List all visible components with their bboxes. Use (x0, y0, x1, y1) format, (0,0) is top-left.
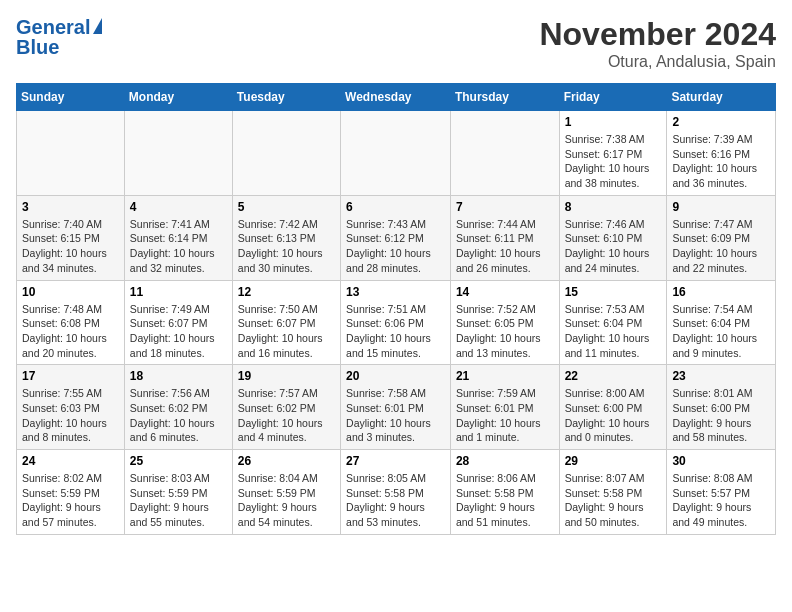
logo-general: General (16, 16, 90, 38)
title-block: November 2024 Otura, Andalusia, Spain (539, 16, 776, 71)
calendar-table: SundayMondayTuesdayWednesdayThursdayFrid… (16, 83, 776, 535)
header-friday: Friday (559, 84, 667, 111)
logo-blue: Blue (16, 36, 102, 58)
calendar-cell: 5Sunrise: 7:42 AM Sunset: 6:13 PM Daylig… (232, 195, 340, 280)
week-row-1: 3Sunrise: 7:40 AM Sunset: 6:15 PM Daylig… (17, 195, 776, 280)
day-info: Sunrise: 8:00 AM Sunset: 6:00 PM Dayligh… (565, 386, 662, 445)
calendar-cell: 4Sunrise: 7:41 AM Sunset: 6:14 PM Daylig… (124, 195, 232, 280)
day-number: 1 (565, 115, 662, 129)
day-number: 5 (238, 200, 335, 214)
day-number: 4 (130, 200, 227, 214)
header-wednesday: Wednesday (341, 84, 451, 111)
day-number: 22 (565, 369, 662, 383)
calendar-cell: 1Sunrise: 7:38 AM Sunset: 6:17 PM Daylig… (559, 111, 667, 196)
calendar-cell: 28Sunrise: 8:06 AM Sunset: 5:58 PM Dayli… (450, 450, 559, 535)
day-number: 8 (565, 200, 662, 214)
header-tuesday: Tuesday (232, 84, 340, 111)
day-info: Sunrise: 7:56 AM Sunset: 6:02 PM Dayligh… (130, 386, 227, 445)
calendar-cell: 30Sunrise: 8:08 AM Sunset: 5:57 PM Dayli… (667, 450, 776, 535)
day-number: 14 (456, 285, 554, 299)
day-info: Sunrise: 8:07 AM Sunset: 5:58 PM Dayligh… (565, 471, 662, 530)
calendar-cell (17, 111, 125, 196)
month-title: November 2024 (539, 16, 776, 53)
header-thursday: Thursday (450, 84, 559, 111)
day-info: Sunrise: 7:51 AM Sunset: 6:06 PM Dayligh… (346, 302, 445, 361)
week-row-2: 10Sunrise: 7:48 AM Sunset: 6:08 PM Dayli… (17, 280, 776, 365)
day-info: Sunrise: 8:04 AM Sunset: 5:59 PM Dayligh… (238, 471, 335, 530)
day-info: Sunrise: 7:42 AM Sunset: 6:13 PM Dayligh… (238, 217, 335, 276)
day-info: Sunrise: 7:58 AM Sunset: 6:01 PM Dayligh… (346, 386, 445, 445)
day-number: 24 (22, 454, 119, 468)
day-info: Sunrise: 7:47 AM Sunset: 6:09 PM Dayligh… (672, 217, 770, 276)
day-info: Sunrise: 7:53 AM Sunset: 6:04 PM Dayligh… (565, 302, 662, 361)
calendar-cell: 14Sunrise: 7:52 AM Sunset: 6:05 PM Dayli… (450, 280, 559, 365)
day-info: Sunrise: 8:08 AM Sunset: 5:57 PM Dayligh… (672, 471, 770, 530)
calendar-cell: 6Sunrise: 7:43 AM Sunset: 6:12 PM Daylig… (341, 195, 451, 280)
calendar-cell (124, 111, 232, 196)
day-number: 2 (672, 115, 770, 129)
calendar-cell: 22Sunrise: 8:00 AM Sunset: 6:00 PM Dayli… (559, 365, 667, 450)
day-number: 16 (672, 285, 770, 299)
calendar-cell: 26Sunrise: 8:04 AM Sunset: 5:59 PM Dayli… (232, 450, 340, 535)
calendar-cell: 21Sunrise: 7:59 AM Sunset: 6:01 PM Dayli… (450, 365, 559, 450)
day-number: 7 (456, 200, 554, 214)
day-number: 29 (565, 454, 662, 468)
day-number: 28 (456, 454, 554, 468)
day-number: 20 (346, 369, 445, 383)
day-number: 25 (130, 454, 227, 468)
day-info: Sunrise: 7:57 AM Sunset: 6:02 PM Dayligh… (238, 386, 335, 445)
logo-triangle-icon (93, 18, 102, 34)
day-info: Sunrise: 7:50 AM Sunset: 6:07 PM Dayligh… (238, 302, 335, 361)
calendar-cell: 23Sunrise: 8:01 AM Sunset: 6:00 PM Dayli… (667, 365, 776, 450)
calendar-cell: 25Sunrise: 8:03 AM Sunset: 5:59 PM Dayli… (124, 450, 232, 535)
calendar-cell (232, 111, 340, 196)
calendar-cell: 7Sunrise: 7:44 AM Sunset: 6:11 PM Daylig… (450, 195, 559, 280)
calendar-cell: 29Sunrise: 8:07 AM Sunset: 5:58 PM Dayli… (559, 450, 667, 535)
day-number: 23 (672, 369, 770, 383)
calendar-cell: 2Sunrise: 7:39 AM Sunset: 6:16 PM Daylig… (667, 111, 776, 196)
day-number: 3 (22, 200, 119, 214)
day-number: 13 (346, 285, 445, 299)
day-number: 30 (672, 454, 770, 468)
logo: General Blue (16, 16, 102, 58)
calendar-cell: 20Sunrise: 7:58 AM Sunset: 6:01 PM Dayli… (341, 365, 451, 450)
day-info: Sunrise: 7:41 AM Sunset: 6:14 PM Dayligh… (130, 217, 227, 276)
day-number: 6 (346, 200, 445, 214)
header-saturday: Saturday (667, 84, 776, 111)
day-number: 10 (22, 285, 119, 299)
header-sunday: Sunday (17, 84, 125, 111)
day-info: Sunrise: 7:40 AM Sunset: 6:15 PM Dayligh… (22, 217, 119, 276)
day-number: 17 (22, 369, 119, 383)
calendar-cell: 16Sunrise: 7:54 AM Sunset: 6:04 PM Dayli… (667, 280, 776, 365)
day-info: Sunrise: 7:54 AM Sunset: 6:04 PM Dayligh… (672, 302, 770, 361)
calendar-cell (450, 111, 559, 196)
calendar-cell: 24Sunrise: 8:02 AM Sunset: 5:59 PM Dayli… (17, 450, 125, 535)
location: Otura, Andalusia, Spain (539, 53, 776, 71)
day-number: 27 (346, 454, 445, 468)
day-number: 15 (565, 285, 662, 299)
day-info: Sunrise: 8:02 AM Sunset: 5:59 PM Dayligh… (22, 471, 119, 530)
day-number: 12 (238, 285, 335, 299)
day-info: Sunrise: 7:44 AM Sunset: 6:11 PM Dayligh… (456, 217, 554, 276)
day-number: 21 (456, 369, 554, 383)
calendar-cell: 11Sunrise: 7:49 AM Sunset: 6:07 PM Dayli… (124, 280, 232, 365)
calendar-cell: 13Sunrise: 7:51 AM Sunset: 6:06 PM Dayli… (341, 280, 451, 365)
calendar-cell: 15Sunrise: 7:53 AM Sunset: 6:04 PM Dayli… (559, 280, 667, 365)
day-info: Sunrise: 8:06 AM Sunset: 5:58 PM Dayligh… (456, 471, 554, 530)
calendar-cell: 8Sunrise: 7:46 AM Sunset: 6:10 PM Daylig… (559, 195, 667, 280)
day-number: 19 (238, 369, 335, 383)
day-info: Sunrise: 7:55 AM Sunset: 6:03 PM Dayligh… (22, 386, 119, 445)
calendar-cell: 3Sunrise: 7:40 AM Sunset: 6:15 PM Daylig… (17, 195, 125, 280)
day-info: Sunrise: 7:52 AM Sunset: 6:05 PM Dayligh… (456, 302, 554, 361)
day-number: 11 (130, 285, 227, 299)
day-info: Sunrise: 8:05 AM Sunset: 5:58 PM Dayligh… (346, 471, 445, 530)
day-info: Sunrise: 7:38 AM Sunset: 6:17 PM Dayligh… (565, 132, 662, 191)
calendar-cell: 19Sunrise: 7:57 AM Sunset: 6:02 PM Dayli… (232, 365, 340, 450)
page-header: General Blue November 2024 Otura, Andalu… (16, 16, 776, 71)
calendar-header-row: SundayMondayTuesdayWednesdayThursdayFrid… (17, 84, 776, 111)
calendar-cell: 9Sunrise: 7:47 AM Sunset: 6:09 PM Daylig… (667, 195, 776, 280)
week-row-4: 24Sunrise: 8:02 AM Sunset: 5:59 PM Dayli… (17, 450, 776, 535)
day-info: Sunrise: 7:59 AM Sunset: 6:01 PM Dayligh… (456, 386, 554, 445)
day-info: Sunrise: 7:49 AM Sunset: 6:07 PM Dayligh… (130, 302, 227, 361)
day-number: 26 (238, 454, 335, 468)
